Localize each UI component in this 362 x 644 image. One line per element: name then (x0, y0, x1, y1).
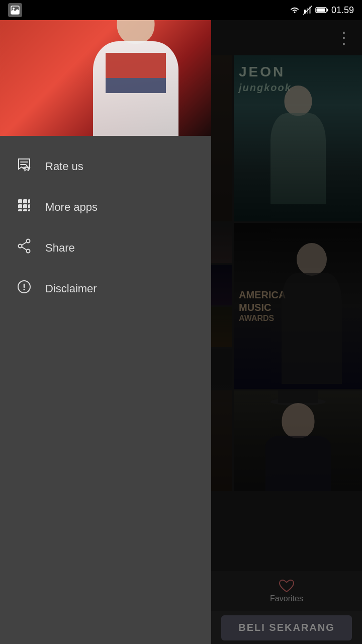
svg-point-1 (13, 8, 15, 10)
app-logo-icon (8, 3, 22, 17)
svg-rect-8 (316, 9, 325, 12)
svg-line-22 (22, 242, 27, 246)
svg-rect-17 (23, 209, 27, 211)
navigation-drawer: Rate us More apps (0, 0, 211, 644)
disclaimer-label: Disclaimer (45, 282, 97, 295)
more-apps-label: More apps (45, 201, 98, 214)
svg-rect-13 (18, 204, 22, 208)
drawer-menu: Rate us More apps (0, 136, 211, 644)
svg-rect-15 (28, 204, 30, 208)
svg-rect-12 (28, 199, 30, 203)
svg-rect-11 (23, 199, 27, 203)
status-bar: 01.59 (0, 0, 362, 20)
share-icon (15, 238, 33, 257)
rate-us-label: Rate us (45, 160, 83, 173)
svg-point-21 (19, 245, 22, 248)
svg-rect-16 (18, 209, 22, 211)
disclaimer-icon (15, 279, 33, 298)
svg-rect-10 (18, 199, 22, 203)
svg-rect-9 (327, 9, 328, 12)
more-apps-icon (15, 198, 33, 216)
drawer-item-more-apps[interactable]: More apps (0, 187, 211, 227)
drawer-item-disclaimer[interactable]: Disclaimer (0, 268, 211, 309)
svg-point-26 (24, 289, 25, 290)
status-time: 01.59 (331, 5, 354, 16)
drawer-item-rate-us[interactable]: Rate us (0, 146, 211, 187)
rate-us-icon (15, 157, 33, 176)
wifi-icon (289, 6, 300, 14)
signal-icon (303, 6, 312, 15)
svg-rect-18 (28, 209, 30, 211)
svg-point-19 (27, 239, 30, 243)
svg-point-2 (294, 12, 295, 13)
drawer-item-share[interactable]: Share (0, 227, 211, 268)
svg-point-20 (27, 250, 30, 253)
svg-line-23 (22, 247, 27, 251)
drawer-header (0, 0, 211, 136)
share-label: Share (45, 242, 75, 255)
status-bar-left (8, 3, 22, 17)
battery-icon (315, 7, 328, 14)
svg-rect-14 (23, 204, 27, 208)
drawer-overlay[interactable] (211, 0, 362, 644)
status-bar-right: 01.59 (289, 5, 354, 16)
